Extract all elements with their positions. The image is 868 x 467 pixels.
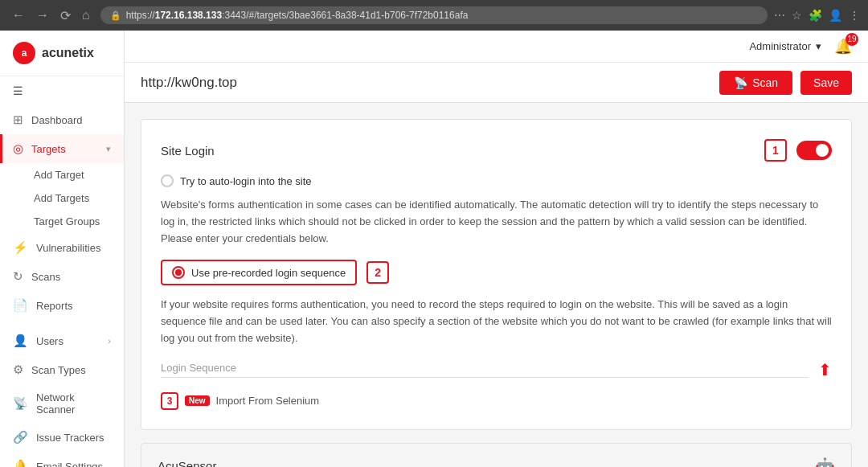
browser-actions: ⋯ ☆ 🧩 👤 ⋮ xyxy=(774,9,860,22)
page-title: http://kw0ng.top xyxy=(141,75,237,91)
sidebar-item-network-scanner[interactable]: 📡 Network Scanner xyxy=(0,384,124,423)
chevron-down-icon: ▾ xyxy=(816,40,821,52)
main-content: Site Login 1 Try to auto-login into the … xyxy=(125,103,868,467)
users-icon: 👤 xyxy=(13,334,28,348)
hamburger-menu-icon[interactable]: ☰ xyxy=(0,76,124,105)
admin-label: Administrator xyxy=(749,40,811,52)
reports-icon: 📄 xyxy=(13,298,28,313)
vulnerabilities-icon: ⚡ xyxy=(13,240,28,255)
sidebar-item-label: Dashboard xyxy=(31,114,83,126)
sidebar-item-targets[interactable]: ◎ Targets ▾ xyxy=(0,134,124,163)
sidebar-item-label: Vulnerabilities xyxy=(36,242,100,254)
site-login-header: Site Login 1 xyxy=(161,139,832,162)
new-badge: New xyxy=(185,395,210,406)
forward-button[interactable]: → xyxy=(32,6,53,24)
sidebar: a acunetix ☰ ⊞ Dashboard ◎ Targets ▾ Add… xyxy=(0,31,125,467)
sidebar-item-issue-trackers[interactable]: 🔗 Issue Trackers xyxy=(0,423,124,452)
reload-button[interactable]: ⟳ xyxy=(56,6,75,25)
step-number-2: 2 xyxy=(366,261,389,284)
import-selenium-row: 3 New Import From Selenium xyxy=(161,392,832,410)
site-login-toggle[interactable] xyxy=(796,141,832,160)
sidebar-item-add-targets[interactable]: Add Targets xyxy=(0,186,124,210)
auto-login-radio[interactable]: Try to auto-login into the site xyxy=(161,174,832,187)
bookmark-icon[interactable]: ☆ xyxy=(792,9,802,22)
save-button[interactable]: Save xyxy=(800,71,852,95)
home-button[interactable]: ⌂ xyxy=(78,6,94,24)
auto-login-description: Website's forms authentication in some c… xyxy=(161,197,832,247)
chevron-down-icon: ▾ xyxy=(106,144,111,154)
network-scanner-icon: 📡 xyxy=(13,396,28,411)
step-number-3: 3 xyxy=(161,392,178,410)
app-container: a acunetix ☰ ⊞ Dashboard ◎ Targets ▾ Add… xyxy=(0,31,868,467)
logo-text: acunetix xyxy=(42,46,94,60)
sidebar-item-users[interactable]: 👤 Users › xyxy=(0,326,124,355)
sidebar-item-label: Targets xyxy=(31,143,66,155)
sidebar-item-dashboard[interactable]: ⊞ Dashboard xyxy=(0,105,124,134)
issue-trackers-icon: 🔗 xyxy=(13,430,28,444)
menu-icon[interactable]: ⋮ xyxy=(849,9,860,22)
sidebar-item-email-settings[interactable]: 🔔 Email Settings xyxy=(0,452,124,467)
targets-icon: ◎ xyxy=(13,141,23,156)
login-sequence-label: Login Sequence xyxy=(161,362,809,378)
sidebar-item-label: Users xyxy=(36,335,63,347)
sidebar-item-label: Reports xyxy=(36,300,73,312)
sidebar-item-scans[interactable]: ↻ Scans xyxy=(0,262,124,291)
sidebar-item-add-target[interactable]: Add Target xyxy=(0,163,124,186)
scan-types-icon: ⚙ xyxy=(13,363,23,377)
pre-recorded-label: Use pre-recorded login sequence xyxy=(191,267,346,279)
scan-button-label: Scan xyxy=(752,76,778,89)
acusensor-icon: 🤖 xyxy=(815,457,835,467)
upload-button[interactable]: ⬆ xyxy=(818,360,832,379)
admin-button[interactable]: Administrator ▾ xyxy=(749,40,821,52)
sidebar-item-target-groups[interactable]: Target Groups xyxy=(0,210,124,233)
email-settings-icon: 🔔 xyxy=(13,459,28,467)
notification-button[interactable]: 🔔 19 xyxy=(834,38,852,55)
back-button[interactable]: ← xyxy=(8,6,29,24)
top-bar: Administrator ▾ 🔔 19 xyxy=(125,31,868,63)
bookmarks-button[interactable]: ⋯ xyxy=(774,9,785,22)
address-text: https://172.16.138.133:3443/#/targets/3b… xyxy=(126,10,758,21)
toggle-knob xyxy=(816,144,829,157)
radar-icon: 📡 xyxy=(734,76,747,89)
sidebar-item-label: Email Settings xyxy=(36,461,103,468)
acusensor-title: AcuSensor xyxy=(158,459,216,467)
sidebar-item-label: Issue Trackers xyxy=(36,432,104,444)
notification-badge: 19 xyxy=(845,33,858,46)
pre-recorded-radio-box[interactable]: Use pre-recorded login sequence xyxy=(161,260,357,285)
step-number-1: 1 xyxy=(764,139,787,162)
header-actions: 📡 Scan Save xyxy=(719,71,852,95)
radio-circle-2 xyxy=(172,266,185,279)
site-login-title: Site Login xyxy=(161,144,215,158)
import-selenium-label: Import From Selenium xyxy=(216,395,320,407)
sidebar-logo: a acunetix xyxy=(0,31,124,76)
address-bar[interactable]: 🔒 https://172.16.138.133:3443/#/targets/… xyxy=(100,6,768,24)
sidebar-sub-label: Add Target xyxy=(34,169,84,181)
sidebar-item-label: Scans xyxy=(31,271,60,283)
save-button-label: Save xyxy=(813,76,839,89)
admin-area: Administrator ▾ 🔔 19 xyxy=(749,38,852,55)
sidebar-item-label: Scan Types xyxy=(31,364,86,376)
radio-circle-1 xyxy=(161,174,174,187)
sidebar-item-reports[interactable]: 📄 Reports xyxy=(0,291,124,320)
extensions-icon[interactable]: 🧩 xyxy=(809,9,822,22)
login-sequence-row: Login Sequence ⬆ xyxy=(161,360,832,379)
dashboard-icon: ⊞ xyxy=(13,113,23,127)
sidebar-item-vulnerabilities[interactable]: ⚡ Vulnerabilities xyxy=(0,233,124,262)
scan-button[interactable]: 📡 Scan xyxy=(719,71,792,95)
page-header: http://kw0ng.top 📡 Scan Save xyxy=(125,63,868,103)
sidebar-item-scan-types[interactable]: ⚙ Scan Types xyxy=(0,355,124,384)
lock-icon: 🔒 xyxy=(110,10,121,21)
profile-icon[interactable]: 👤 xyxy=(829,9,842,22)
scans-icon: ↻ xyxy=(13,269,23,284)
main-area: Administrator ▾ 🔔 19 http://kw0ng.top 📡 … xyxy=(125,31,868,467)
sidebar-item-label: Network Scanner xyxy=(36,391,111,416)
pre-recorded-description: If your website requires forms authentic… xyxy=(161,297,832,346)
chevron-right-icon: › xyxy=(108,336,111,346)
browser-chrome: ← → ⟳ ⌂ 🔒 https://172.16.138.133:3443/#/… xyxy=(0,0,868,31)
logo-icon: a xyxy=(13,42,35,64)
browser-nav-buttons: ← → ⟳ ⌂ xyxy=(8,6,94,25)
sidebar-sub-label: Add Targets xyxy=(34,192,89,204)
site-login-card: Site Login 1 Try to auto-login into the … xyxy=(141,119,852,430)
sidebar-sub-label: Target Groups xyxy=(34,215,100,227)
acusensor-section: AcuSensor 🤖 xyxy=(141,443,852,467)
